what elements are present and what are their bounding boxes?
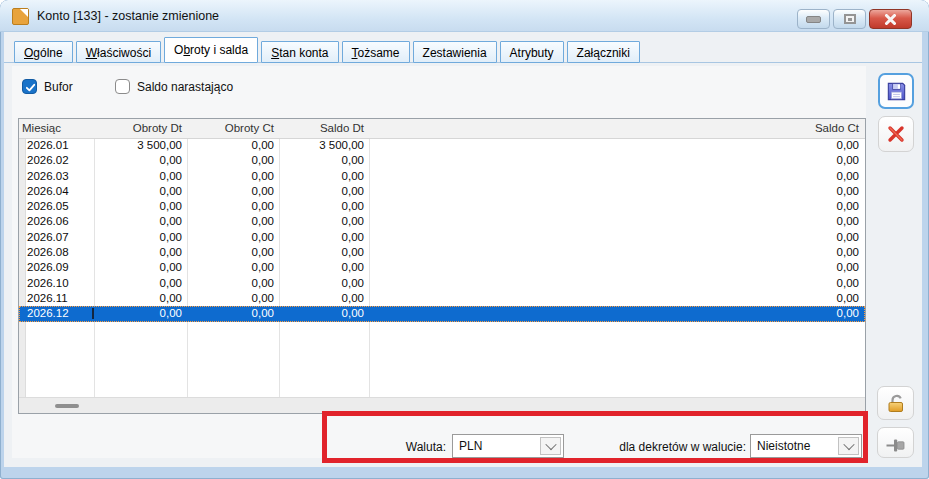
cell-saldo-ct: 0,00 — [369, 184, 865, 199]
column-header-obroty-ct: Obroty Ct — [187, 119, 279, 138]
cell-saldo-ct: 0,00 — [369, 199, 865, 214]
currency-value: PLN — [453, 439, 540, 453]
months-grid: Miesiąc Obroty Dt Obroty Ct Saldo Dt Sal… — [18, 118, 866, 414]
tab-strip: Ogólne Właściwości Obroty i salda Stan k… — [14, 37, 640, 63]
cell-saldo-ct: 0,00 — [369, 153, 865, 168]
save-button[interactable] — [878, 73, 914, 109]
cell-obroty-dt: 0,00 — [94, 260, 187, 275]
table-row[interactable]: 2026.11 0,00 0,00 0,00 0,00 — [19, 291, 865, 306]
cell-obroty-ct: 0,00 — [187, 169, 279, 184]
saldo-narastajaco-checkbox[interactable] — [115, 79, 130, 94]
lock-button[interactable] — [877, 386, 914, 420]
table-row[interactable]: 2026.02 0,00 0,00 0,00 0,00 — [19, 153, 865, 168]
cell-obroty-dt: 0,00 — [94, 153, 187, 168]
tab-stan-konta[interactable]: Stan konta — [261, 41, 338, 63]
cell-obroty-dt: 3 500,00 — [94, 138, 187, 153]
cell-obroty-dt: 0,00 — [94, 199, 187, 214]
cell-obroty-ct: 0,00 — [187, 153, 279, 168]
cell-saldo-dt: 0,00 — [279, 260, 369, 275]
scrollbar-thumb[interactable] — [55, 404, 79, 408]
table-row[interactable]: 2026.05 0,00 0,00 0,00 0,00 — [19, 199, 865, 214]
pin-icon — [884, 431, 908, 455]
tab-zestawienia[interactable]: Zestawienia — [413, 41, 497, 63]
currency-select[interactable]: PLN — [452, 434, 564, 458]
cell-saldo-ct: 0,00 — [369, 260, 865, 275]
close-button[interactable] — [869, 9, 912, 29]
table-row[interactable]: 2026.01 3 500,00 0,00 3 500,00 0,00 — [19, 138, 865, 153]
cell-obroty-dt: 0,00 — [94, 214, 187, 229]
tab-tozsame[interactable]: Tożsame — [342, 41, 410, 63]
cell-saldo-ct: 0,00 — [369, 230, 865, 245]
table-row[interactable]: 2026.09 0,00 0,00 0,00 0,00 — [19, 260, 865, 275]
cell-obroty-dt: 0,00 — [94, 184, 187, 199]
decree-dropdown-button[interactable] — [838, 437, 859, 455]
bufor-checkbox[interactable] — [22, 79, 37, 94]
decree-currency-value: Nieistotne — [751, 439, 838, 453]
cell-saldo-dt: 0,00 — [279, 245, 369, 260]
cell-month: 2026.05 — [25, 199, 94, 214]
window-controls — [797, 9, 912, 29]
column-header-saldo-dt: Saldo Dt — [279, 119, 369, 138]
cell-saldo-dt: 0,00 — [279, 184, 369, 199]
cell-obroty-dt: 0,00 — [94, 276, 187, 291]
tab-atrybuty[interactable]: Atrybuty — [500, 41, 564, 63]
column-header-miesiac: Miesiąc — [19, 119, 94, 138]
table-row[interactable]: 2026.03 0,00 0,00 0,00 0,00 — [19, 169, 865, 184]
cell-saldo-ct: 0,00 — [369, 138, 865, 153]
grid-body: 2026.01 3 500,00 0,00 3 500,00 0,00 2026… — [19, 138, 865, 397]
text-caret — [92, 308, 94, 319]
tab-wlasciwosci[interactable]: Właściwości — [76, 41, 161, 63]
chevron-down-icon — [843, 439, 854, 450]
table-row[interactable]: 2026.04 0,00 0,00 0,00 0,00 — [19, 184, 865, 199]
chevron-down-icon — [545, 439, 556, 450]
pin-button[interactable] — [877, 427, 914, 458]
floppy-disk-icon — [885, 80, 908, 103]
cell-saldo-ct: 0,00 — [369, 306, 865, 321]
decree-currency-select[interactable]: Nieistotne — [750, 434, 862, 458]
cell-month: 2026.11 — [25, 291, 94, 306]
titlebar: Konto [133] - zostanie zmienione — [0, 0, 929, 32]
cell-obroty-dt: 0,00 — [94, 291, 187, 306]
cancel-button[interactable] — [878, 116, 914, 152]
cell-obroty-ct: 0,00 — [187, 138, 279, 153]
cell-month: 2026.03 — [25, 169, 94, 184]
cell-saldo-dt: 0,00 — [279, 230, 369, 245]
tab-ogolne[interactable]: Ogólne — [14, 41, 73, 63]
open-padlock-icon — [884, 391, 908, 415]
cell-saldo-dt: 0,00 — [279, 276, 369, 291]
cell-month: 2026.08 — [25, 245, 94, 260]
cell-obroty-ct: 0,00 — [187, 260, 279, 275]
cell-obroty-dt: 0,00 — [94, 230, 187, 245]
cell-obroty-ct: 0,00 — [187, 230, 279, 245]
cell-saldo-ct: 0,00 — [369, 169, 865, 184]
cell-month: 2026.09 — [25, 260, 94, 275]
table-row[interactable]: 2026.07 0,00 0,00 0,00 0,00 — [19, 230, 865, 245]
close-icon — [884, 14, 897, 25]
cell-saldo-dt: 0,00 — [279, 199, 369, 214]
maximize-icon — [844, 14, 856, 24]
table-row[interactable]: 2026.06 0,00 0,00 0,00 0,00 — [19, 214, 865, 229]
cell-obroty-dt: 0,00 — [94, 245, 187, 260]
tab-zalaczniki[interactable]: Załączniki — [567, 41, 640, 63]
minimize-button[interactable] — [797, 9, 830, 29]
currency-dropdown-button[interactable] — [540, 437, 561, 455]
tab-obroty-i-salda[interactable]: Obroty i salda — [164, 37, 258, 63]
cell-obroty-ct: 0,00 — [187, 184, 279, 199]
cell-saldo-ct: 0,00 — [369, 245, 865, 260]
horizontal-scrollbar[interactable] — [19, 397, 865, 413]
cell-saldo-ct: 0,00 — [369, 291, 865, 306]
table-row[interactable]: 2026.10 0,00 0,00 0,00 0,00 — [19, 276, 865, 291]
cell-obroty-ct: 0,00 — [187, 245, 279, 260]
minimize-icon — [806, 16, 821, 23]
table-row[interactable]: 2026.08 0,00 0,00 0,00 0,00 — [19, 245, 865, 260]
cell-saldo-dt: 0,00 — [279, 306, 369, 321]
cell-month: 2026.10 — [25, 276, 94, 291]
cell-saldo-dt: 0,00 — [279, 169, 369, 184]
table-row[interactable]: 2026.12 0,00 0,00 0,00 0,00 — [19, 306, 865, 321]
maximize-button[interactable] — [833, 9, 866, 29]
cell-saldo-dt: 3 500,00 — [279, 138, 369, 153]
currency-label: Waluta: — [330, 440, 446, 454]
red-x-icon — [885, 123, 907, 145]
grid-header: Miesiąc Obroty Dt Obroty Ct Saldo Dt Sal… — [19, 119, 865, 139]
cell-month: 2026.12 — [25, 306, 94, 321]
